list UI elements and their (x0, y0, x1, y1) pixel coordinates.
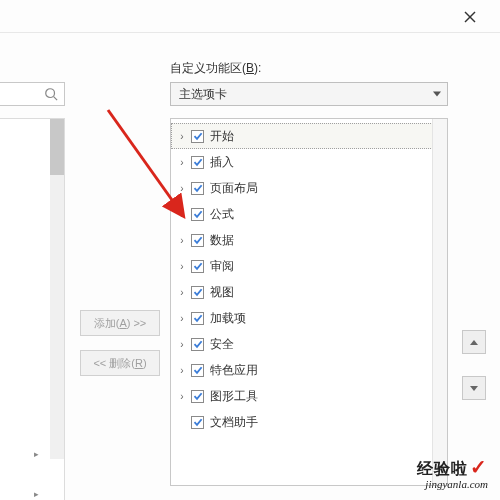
ribbon-tabs-tree[interactable]: ›开始›插入›页面布局›公式›数据›审阅›视图›加载项›安全›特色应用›图形工具… (170, 118, 448, 486)
header-divider (0, 32, 500, 33)
remove-button[interactable]: << 删除(R) (80, 350, 160, 376)
tree-scrollbar[interactable] (432, 119, 447, 485)
chevron-right-icon[interactable]: › (177, 235, 187, 246)
chevron-right-icon[interactable]: › (177, 183, 187, 194)
tree-item-label: 数据 (210, 232, 234, 249)
chevron-right-icon[interactable]: › (177, 209, 187, 220)
svg-line-3 (54, 97, 58, 101)
tree-item-label: 安全 (210, 336, 234, 353)
chevron-right-icon[interactable]: › (177, 313, 187, 324)
tree-item-label: 插入 (210, 154, 234, 171)
checkbox[interactable] (191, 364, 204, 377)
dialog-window: 令 ▸ ▸ ▸ 自定义功能区(B): 主选项卡 添加(A) >> << 删除(R… (0, 0, 500, 500)
watermark-check-icon: ✓ (470, 456, 488, 478)
tree-item[interactable]: ›公式 (171, 201, 447, 227)
checkbox[interactable] (191, 286, 204, 299)
tree-item[interactable]: ›数据 (171, 227, 447, 253)
tree-item-label: 开始 (210, 128, 234, 145)
checkbox[interactable] (191, 208, 204, 221)
checkbox[interactable] (191, 234, 204, 247)
chevron-right-icon[interactable]: › (177, 287, 187, 298)
tree-item-label: 页面布局 (210, 180, 258, 197)
tree-item[interactable]: ›页面布局 (171, 175, 447, 201)
checkbox[interactable] (191, 390, 204, 403)
move-down-button[interactable] (462, 376, 486, 400)
svg-point-2 (46, 89, 55, 98)
checkbox[interactable] (191, 416, 204, 429)
close-icon (464, 11, 476, 23)
chevron-right-icon[interactable]: › (177, 261, 187, 272)
dropdown-selected-value: 主选项卡 (179, 86, 227, 103)
tree-item-label: 图形工具 (210, 388, 258, 405)
tree-item[interactable]: ›加载项 (171, 305, 447, 331)
tree-item[interactable]: 文档助手 (171, 409, 447, 435)
label-text: 自定义功能区( (170, 61, 246, 75)
close-button[interactable] (450, 4, 490, 30)
checkbox[interactable] (191, 312, 204, 325)
chevron-down-icon (470, 386, 478, 391)
main-tabs-dropdown[interactable]: 主选项卡 (170, 82, 448, 106)
transfer-buttons: 添加(A) >> << 删除(R) (80, 310, 160, 390)
tree-expand-marker[interactable]: ▸ (34, 489, 39, 499)
tree-item[interactable]: ›图形工具 (171, 383, 447, 409)
btn-text: ) (143, 357, 147, 369)
reorder-buttons (462, 330, 486, 422)
btn-text: ) >> (127, 317, 147, 329)
move-up-button[interactable] (462, 330, 486, 354)
checkbox[interactable] (191, 130, 204, 143)
label-text: ): (254, 61, 261, 75)
chevron-right-icon[interactable]: › (177, 339, 187, 350)
tree-item[interactable]: ›插入 (171, 149, 447, 175)
add-button[interactable]: 添加(A) >> (80, 310, 160, 336)
btn-text: 添加( (94, 316, 120, 331)
btn-text: << 删除( (93, 356, 135, 371)
tree-item[interactable]: ›视图 (171, 279, 447, 305)
tree-item-label: 视图 (210, 284, 234, 301)
tree-item[interactable]: ›开始 (171, 123, 447, 149)
checkbox[interactable] (191, 156, 204, 169)
tree-item[interactable]: ›特色应用 (171, 357, 447, 383)
chevron-right-icon[interactable]: › (177, 391, 187, 402)
search-input[interactable] (0, 82, 65, 106)
chevron-right-icon[interactable]: › (177, 365, 187, 376)
checkbox[interactable] (191, 182, 204, 195)
tree-item-label: 加载项 (210, 310, 246, 327)
tree-item[interactable]: ›安全 (171, 331, 447, 357)
left-scrollbar[interactable] (50, 119, 64, 459)
customize-ribbon-label: 自定义功能区(B): (170, 60, 261, 77)
left-commands-panel: ▸ ▸ ▸ (0, 118, 65, 500)
left-tree-markers: ▸ ▸ ▸ (34, 419, 39, 500)
left-scroll-thumb[interactable] (50, 119, 64, 175)
checkbox[interactable] (191, 338, 204, 351)
checkbox[interactable] (191, 260, 204, 273)
tree-expand-marker[interactable]: ▸ (34, 449, 39, 459)
tree-item-label: 公式 (210, 206, 234, 223)
chevron-down-icon (433, 92, 441, 97)
chevron-right-icon[interactable]: › (177, 157, 187, 168)
tree-item-label: 特色应用 (210, 362, 258, 379)
tree-item-label: 审阅 (210, 258, 234, 275)
tree-item[interactable]: ›审阅 (171, 253, 447, 279)
btn-hotkey: R (135, 357, 143, 369)
chevron-right-icon[interactable]: › (177, 131, 187, 142)
chevron-up-icon (470, 340, 478, 345)
tree-item-label: 文档助手 (210, 414, 258, 431)
search-icon (44, 87, 58, 101)
btn-hotkey: A (119, 317, 126, 329)
label-hotkey: B (246, 61, 254, 75)
